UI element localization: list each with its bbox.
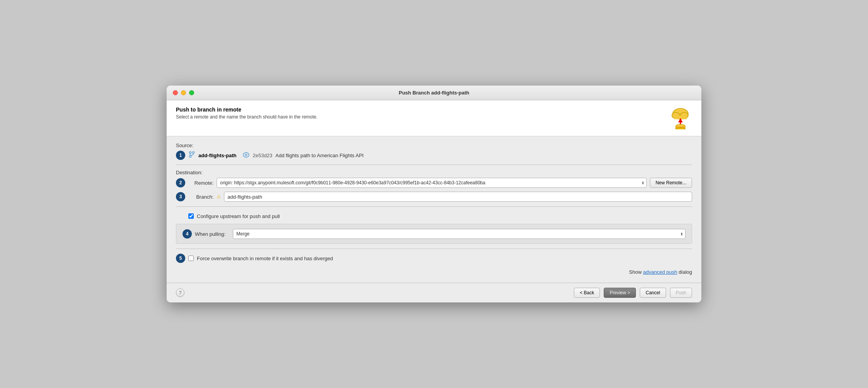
footer-buttons: < Back Preview > Cancel Push bbox=[574, 288, 692, 298]
remote-select[interactable]: origin: https://stgx.anypoint.mulesoft.c… bbox=[217, 178, 647, 188]
source-section: Source: 1 add-flights-path bbox=[176, 142, 692, 160]
svg-point-13 bbox=[193, 152, 195, 154]
svg-point-9 bbox=[676, 127, 685, 129]
help-button[interactable]: ? bbox=[176, 288, 184, 297]
maximize-button[interactable] bbox=[189, 90, 194, 95]
branch-label: Branch: bbox=[188, 194, 214, 200]
show-advanced-prefix: Show bbox=[629, 269, 643, 275]
step-badge-5: 5 bbox=[176, 254, 185, 263]
divider-3 bbox=[176, 249, 692, 249]
new-remote-button[interactable]: New Remote... bbox=[650, 178, 692, 188]
source-label: Source: bbox=[176, 142, 692, 148]
push-icon-svg bbox=[670, 107, 691, 129]
step-badge-2: 2 bbox=[176, 178, 185, 187]
remote-select-wrapper[interactable]: origin: https://stgx.anypoint.mulesoft.c… bbox=[217, 178, 647, 188]
dialog-subtitle: Select a remote and the name the branch … bbox=[176, 114, 318, 120]
when-pulling-section: 4 When pulling: Merge Rebase Fast-forwar… bbox=[176, 224, 692, 244]
force-overwrite-checkbox[interactable] bbox=[188, 256, 194, 261]
minimize-button[interactable] bbox=[181, 90, 186, 95]
content-area: Source: 1 add-flights-path bbox=[167, 136, 701, 283]
source-commit-hash: 2e53d23 bbox=[253, 153, 272, 158]
force-overwrite-label: Force overwrite branch in remote if it e… bbox=[197, 256, 333, 261]
back-button[interactable]: < Back bbox=[574, 288, 600, 298]
branch-input-container: ⚠ bbox=[217, 192, 692, 202]
when-pulling-select[interactable]: Merge Rebase Fast-forward only bbox=[233, 229, 685, 239]
configure-upstream-checkbox[interactable] bbox=[188, 213, 194, 219]
traffic-lights bbox=[173, 90, 194, 95]
close-button[interactable] bbox=[173, 90, 178, 95]
configure-upstream-label: Configure upstream for push and pull bbox=[197, 213, 280, 219]
when-pulling-row: 4 When pulling: Merge Rebase Fast-forwar… bbox=[183, 229, 685, 239]
window-title: Push Branch add-flights-path bbox=[399, 90, 469, 96]
branch-row: 3 Branch: ⚠ bbox=[176, 192, 692, 202]
step-badge-1: 1 bbox=[176, 151, 185, 160]
svg-point-12 bbox=[189, 152, 191, 154]
header-section: Push to branch in remote Select a remote… bbox=[167, 100, 701, 136]
divider-2 bbox=[176, 206, 692, 207]
step-badge-3: 3 bbox=[176, 192, 185, 201]
source-row: 1 add-flights-path bbox=[176, 151, 692, 160]
push-cloud-icon-container bbox=[669, 106, 692, 130]
source-commit-message: Add flights path to American Flights API bbox=[276, 153, 364, 158]
commit-icon bbox=[243, 151, 250, 160]
header-text: Push to branch in remote Select a remote… bbox=[176, 106, 318, 120]
when-pulling-label: When pulling: bbox=[195, 231, 230, 237]
show-advanced-suffix: dialog bbox=[679, 269, 692, 275]
show-advanced-row: Show advanced push dialog bbox=[176, 269, 692, 275]
configure-upstream-row: 4 Configure upstream for push and pull bbox=[176, 211, 692, 221]
force-overwrite-row: 5 Force overwrite branch in remote if it… bbox=[176, 254, 692, 263]
branch-icon bbox=[188, 151, 195, 160]
step-badge-4: 4 bbox=[183, 229, 192, 239]
footer-section: ? < Back Preview > Cancel Push bbox=[167, 283, 701, 302]
branch-input[interactable] bbox=[224, 192, 692, 202]
when-pulling-select-wrapper[interactable]: Merge Rebase Fast-forward only ⬍ bbox=[233, 229, 685, 239]
remote-label: Remote: bbox=[188, 180, 214, 186]
titlebar: Push Branch add-flights-path bbox=[167, 86, 701, 100]
divider-1 bbox=[176, 165, 692, 165]
remote-input-container: origin: https://stgx.anypoint.mulesoft.c… bbox=[217, 178, 692, 188]
remote-row: 2 Remote: origin: https://stgx.anypoint.… bbox=[176, 178, 692, 188]
advanced-push-link[interactable]: advanced push bbox=[643, 269, 677, 275]
push-branch-dialog: Push Branch add-flights-path Push to bra… bbox=[167, 86, 701, 302]
configure-upstream-section: 4 Configure upstream for push and pull 4… bbox=[176, 211, 692, 244]
destination-label: Destination: bbox=[176, 170, 692, 175]
warning-icon: ⚠ bbox=[217, 194, 221, 199]
push-button[interactable]: Push bbox=[670, 288, 692, 298]
destination-section: Destination: 2 Remote: origin: https://s… bbox=[176, 170, 692, 202]
preview-button[interactable]: Preview > bbox=[604, 288, 636, 298]
source-branch-name: add-flights-path bbox=[198, 153, 236, 158]
cancel-button[interactable]: Cancel bbox=[640, 288, 666, 298]
dialog-title: Push to branch in remote bbox=[176, 106, 318, 113]
